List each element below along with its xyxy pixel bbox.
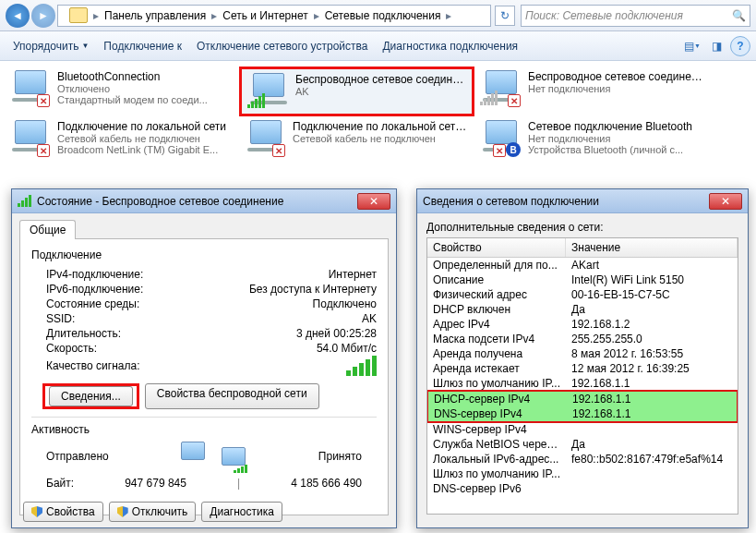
chevron-right-icon[interactable]: ▸ [444,9,453,22]
details-button[interactable]: Сведения... [49,386,133,406]
crumb-network[interactable]: Сеть и Интернет [219,9,311,22]
nav-back-button[interactable]: ◄ [6,4,30,28]
close-button[interactable]: ✕ [709,193,742,210]
chevron-right-icon[interactable]: ▸ [312,9,321,22]
prop-key: Аренда получена [427,346,566,361]
prop-key: DHCP-сервер IPv4 [428,392,567,406]
bytes-label: Байт: [46,477,74,490]
property-row[interactable]: Шлюз по умолчанию IP... [427,466,738,481]
prop-key: DHCP включен [427,302,566,317]
property-row[interactable]: Определенный для по...AKart [427,258,738,273]
disconnected-icon: ✕ [508,94,521,107]
prop-key: Физический адрес [427,287,566,302]
chevron-right-icon[interactable]: ▸ [210,9,219,22]
refresh-button[interactable]: ↻ [495,6,515,26]
prop-value [566,481,738,496]
property-row[interactable]: Локальный IPv6-адрес...fe80::b502:8167:4… [427,452,738,466]
bluetooth-icon: B [506,142,521,157]
disable-button[interactable]: Отключить [109,502,197,522]
diagnose-button[interactable]: Диагностика [201,502,282,522]
toolbar-connect-to[interactable]: Подключение к [96,37,189,55]
property-row[interactable]: Аренда получена8 мая 2012 г. 16:53:55 [427,346,738,361]
help-icon[interactable]: ? [730,36,750,56]
prop-value: 192.168.1.2 [566,317,738,332]
shield-icon [31,506,42,517]
crumb-connections[interactable]: Сетевые подключения [321,9,445,22]
property-row[interactable]: Маска подсети IPv4255.255.255.0 [427,332,738,346]
property-row[interactable]: WINS-сервер IPv4 [427,422,738,437]
connection-item[interactable]: ✕ Подключение по локальной сети 2Сетевой… [239,116,474,161]
toolbar-diagnose[interactable]: Диагностика подключения [375,37,525,55]
view-icon[interactable]: ▤▼ [682,36,702,56]
property-row[interactable]: DNS-сервер IPv4192.168.1.1 [428,406,737,421]
disabled-icon: ✕ [37,94,50,107]
tab-general[interactable]: Общие [19,220,76,239]
dialog-titlebar[interactable]: Сведения о сетевом подключении ✕ [417,189,748,213]
prop-value: Да [566,437,738,452]
prop-key: Описание [427,273,566,287]
prop-value: 00-16-EB-15-C7-5C [566,287,738,302]
signal-icon [18,195,31,207]
property-row[interactable]: Аренда истекает12 мая 2012 г. 16:39:25 [427,361,738,376]
column-headers[interactable]: Свойство Значение [427,238,738,258]
connection-item[interactable]: ✕ BluetoothConnectionОтключеноСтандартны… [4,67,239,116]
prop-key: Служба NetBIOS через... [427,437,566,452]
property-row[interactable]: DNS-сервер IPv6 [427,481,738,496]
signal-icon [247,93,265,108]
property-row[interactable]: DHCP-сервер IPv4192.168.1.1 [428,392,737,406]
properties-button[interactable]: Свойства [23,502,103,522]
details-dialog: Сведения о сетевом подключении ✕ Дополни… [416,188,749,528]
connection-item-selected[interactable]: Беспроводное сетевое соединениеAK [239,67,474,116]
properties-list[interactable]: Свойство Значение Определенный для по...… [426,237,738,515]
details-label: Дополнительные сведения о сети: [426,221,738,234]
col-value[interactable]: Значение [566,238,738,257]
chevron-right-icon[interactable]: ▸ [91,9,101,22]
folder-icon [69,7,88,23]
dialog-title: Состояние - Беспроводное сетевое соедине… [37,195,357,208]
crumb-control-panel[interactable]: Панель управления [101,9,210,22]
connection-item[interactable]: ✕ Подключение по локальной сетиСетевой к… [4,116,239,161]
prop-value [566,422,738,437]
status-dialog: Состояние - Беспроводное сетевое соедине… [11,188,397,528]
highlight-box: Сведения... [42,383,139,409]
prop-key: Локальный IPv6-адрес... [427,452,566,466]
property-row[interactable]: Адрес IPv4192.168.1.2 [427,317,738,332]
connection-item[interactable]: B✕ Сетевое подключение BluetoothНет подк… [474,116,710,161]
property-row[interactable]: DHCP включенДа [427,302,738,317]
property-row[interactable]: Служба NetBIOS через...Да [427,437,738,452]
search-placeholder: Поиск: Сетевые подключения [525,9,683,22]
toolbar: Упорядочить▼ Подключение к Отключение се… [0,31,756,61]
prop-value [566,466,738,481]
dialog-titlebar[interactable]: Состояние - Беспроводное сетевое соедине… [12,189,396,213]
dialog-title: Сведения о сетевом подключении [423,195,709,208]
signal-icon [346,356,377,376]
property-row[interactable]: Шлюз по умолчанию IP...192.168.1.1 [427,376,738,391]
prop-key: DNS-сервер IPv4 [428,406,567,421]
preview-pane-icon[interactable]: ◨ [706,36,726,56]
prop-key: DNS-сервер IPv6 [427,481,566,496]
section-activity: Активность [31,423,377,436]
section-connection: Подключение [31,248,377,261]
prop-value: 8 мая 2012 г. 16:53:55 [566,346,738,361]
property-row[interactable]: ОписаниеIntel(R) WiFi Link 5150 [427,273,738,287]
prop-value: AKart [566,258,738,273]
prop-key: Шлюз по умолчанию IP... [427,376,566,391]
received-label: Принято [318,450,362,463]
activity-icon [181,442,246,471]
prop-key: Маска подсети IPv4 [427,332,566,346]
address-bar: ◄ ► ▸ Панель управления ▸ Сеть и Интерне… [0,0,756,31]
prop-key: Адрес IPv4 [427,317,566,332]
toolbar-disable-device[interactable]: Отключение сетевого устройства [189,37,375,55]
col-property[interactable]: Свойство [427,238,566,257]
property-row[interactable]: Физический адрес00-16-EB-15-C7-5C [427,287,738,302]
prop-key: Аренда истекает [427,361,566,376]
prop-value: Да [566,302,738,317]
search-input[interactable]: Поиск: Сетевые подключения 🔍 [521,5,750,27]
breadcrumb[interactable]: ▸ Панель управления ▸ Сеть и Интернет ▸ … [57,5,491,27]
toolbar-organize[interactable]: Упорядочить▼ [6,37,96,55]
wireless-properties-button[interactable]: Свойства беспроводной сети [145,383,319,409]
connection-item[interactable]: ✕ Беспроводное сетевое соединение 2Нет п… [474,67,710,116]
disconnected-icon: ✕ [272,144,285,157]
nav-forward-button[interactable]: ► [31,4,55,28]
close-button[interactable]: ✕ [357,193,390,210]
